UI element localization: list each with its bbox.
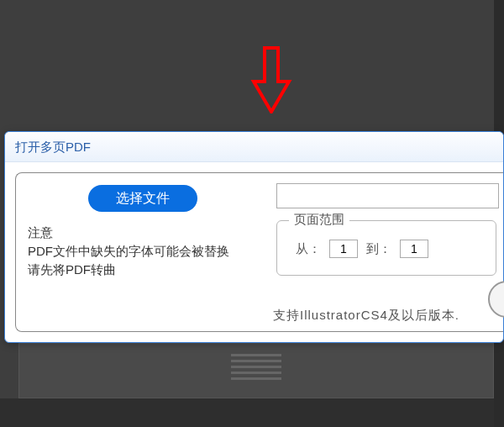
notice-line2: 请先将PDF转曲 [28, 261, 255, 279]
footer-support-note: 支持IllustratorCS4及以后版本. [273, 308, 459, 324]
page-to-label: 到： [366, 241, 391, 257]
document-thumbnail-lines [231, 354, 281, 383]
round-action-button[interactable] [488, 281, 504, 318]
dialog-titlebar[interactable]: 打开多页PDF [5, 132, 503, 162]
page-range-fieldset: 页面范围 从： 到： [276, 220, 496, 276]
page-from-input[interactable] [329, 240, 358, 258]
open-multipage-pdf-dialog: 打开多页PDF 选择文件 注意 PDF文件中缺失的字体可能会被替换 请先将PDF… [4, 131, 504, 343]
outer-frame-bottom [0, 398, 494, 427]
page-from-label: 从： [296, 241, 321, 257]
page-range-row: 从： 到： [296, 240, 428, 258]
select-file-button[interactable]: 选择文件 [88, 185, 197, 212]
document-preview-stub [18, 343, 494, 398]
notice-heading: 注意 [28, 224, 255, 242]
dialog-body: 选择文件 注意 PDF文件中缺失的字体可能会被替换 请先将PDF转曲 页面范围 … [15, 172, 503, 332]
page-range-legend: 页面范围 [289, 212, 349, 228]
file-path-input[interactable] [276, 183, 499, 208]
notice-block: 注意 PDF文件中缺失的字体可能会被替换 请先将PDF转曲 [28, 224, 255, 279]
annotation-down-arrow-icon [250, 46, 292, 116]
page-to-input[interactable] [400, 240, 428, 258]
dialog-title: 打开多页PDF [15, 140, 91, 154]
notice-line1: PDF文件中缺失的字体可能会被替换 [28, 242, 255, 261]
